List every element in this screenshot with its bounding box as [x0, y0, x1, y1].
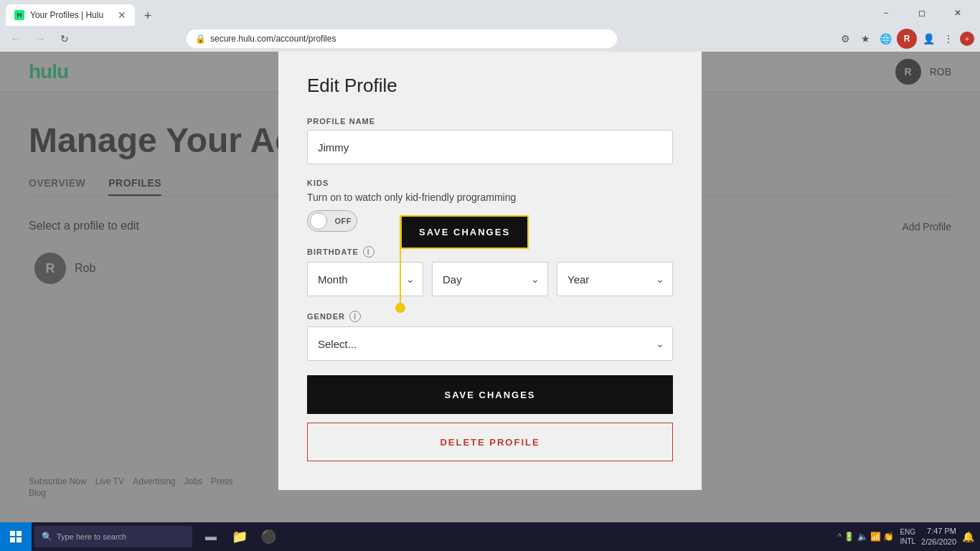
menu-icon[interactable]: ⋮ [940, 30, 957, 47]
birthdate-info-icon[interactable]: i [363, 246, 374, 258]
month-select-wrapper: Month JanuaryFebruaryMarch AprilMayJune … [307, 262, 423, 296]
close-button[interactable]: ✕ [941, 0, 974, 26]
day-select[interactable]: Day [432, 262, 548, 296]
tab-title: Your Profiles | Hulu [30, 10, 112, 20]
file-explorer-icon[interactable]: 📁 [227, 522, 253, 551]
back-button[interactable]: ← [6, 29, 26, 49]
maximize-button[interactable]: ◻ [905, 0, 938, 26]
save-changes-button[interactable]: SAVE CHANGES [307, 375, 673, 414]
birthdate-label: BIRTHDATE i [307, 246, 673, 258]
toggle-thumb [310, 212, 327, 230]
task-view-button[interactable]: ▬ [198, 522, 224, 551]
bookmark-icon[interactable]: ★ [857, 30, 874, 47]
browser-user-avatar[interactable]: R [897, 29, 917, 49]
delete-profile-button[interactable]: DELETE PROFILE [307, 423, 673, 461]
notification-icon[interactable]: 🔔 [962, 531, 974, 542]
taskbar: 🔍 Type here to search ▬ 📁 ⚫ ^ 🔋 🔈 📶 👏 EN… [0, 522, 980, 551]
kids-toggle[interactable]: OFF [307, 210, 357, 232]
browser-actions: ⚙ ★ 🌐 R 👤 ⋮ + [837, 29, 974, 49]
new-tab-button[interactable]: + [138, 6, 158, 26]
birthdate-row: Month JanuaryFebruaryMarch AprilMayJune … [307, 262, 673, 296]
gender-group: GENDER i Select... Male Female Non-binar… [307, 311, 673, 361]
taskbar-search[interactable]: 🔍 Type here to search [34, 526, 192, 547]
tooltip-dot [395, 303, 405, 313]
tab-close-button[interactable]: ✕ [118, 9, 126, 21]
browser-chrome: H Your Profiles | Hulu ✕ + − ◻ ✕ ← → ↻ 🔒… [0, 0, 980, 52]
modal-title: Edit Profile [307, 75, 673, 97]
profile-name-input[interactable] [307, 130, 673, 164]
url-text: secure.hulu.com/account/profiles [210, 34, 336, 44]
tooltip-line [400, 215, 401, 303]
gender-info-icon[interactable]: i [349, 311, 361, 322]
chrome-icon[interactable]: ⚫ [255, 522, 281, 551]
kids-group: KIDS Turn on to watch only kid-friendly … [307, 179, 673, 232]
kids-label: KIDS [307, 179, 673, 187]
translate-icon[interactable]: 🌐 [877, 30, 894, 47]
extensions-icon[interactable]: ⚙ [837, 30, 854, 47]
tab-favicon: H [14, 10, 24, 20]
page-content: hulu R ROB Manage Your Ac OVERVIEW PROFI… [0, 52, 980, 522]
extension-badge: + [960, 32, 974, 46]
day-select-wrapper: Day ⌄ [432, 262, 548, 296]
gender-select-wrapper: Select... Male Female Non-binary Prefer … [307, 326, 673, 361]
svg-rect-3 [17, 537, 22, 542]
sys-icons: ^ 🔋 🔈 📶 👏 [837, 532, 894, 542]
month-select[interactable]: Month JanuaryFebruaryMarch AprilMayJune … [307, 262, 423, 296]
svg-rect-0 [10, 531, 15, 536]
profile-manager-icon[interactable]: 👤 [920, 30, 937, 47]
kids-description: Turn on to watch only kid-friendly progr… [307, 192, 673, 203]
birthdate-group: BIRTHDATE i Month JanuaryFebruaryMarch A… [307, 246, 673, 296]
toggle-label: OFF [335, 217, 352, 225]
forward-button[interactable]: → [30, 29, 50, 49]
reload-button[interactable]: ↻ [55, 29, 75, 49]
year-select[interactable]: Year [557, 262, 673, 296]
profile-name-group: PROFILE NAME [307, 117, 673, 164]
address-input[interactable]: 🔒 secure.hulu.com/account/profiles [187, 29, 617, 48]
edit-profile-modal: Edit Profile PROFILE NAME KIDS Turn on t… [278, 52, 702, 490]
address-bar: ← → ↻ 🔒 secure.hulu.com/account/profiles… [0, 26, 980, 52]
taskbar-app-icons: ▬ 📁 ⚫ [198, 522, 281, 551]
minimize-button[interactable]: − [870, 0, 903, 26]
start-button[interactable] [0, 522, 32, 551]
svg-rect-2 [10, 537, 15, 542]
gender-label: GENDER i [307, 311, 673, 322]
taskbar-clock: 7:47 PM 2/26/2020 [921, 526, 956, 548]
profile-name-label: PROFILE NAME [307, 117, 673, 126]
taskbar-sys: ^ 🔋 🔈 📶 👏 ENG INTL 7:47 PM 2/26/2020 🔔 [837, 526, 980, 548]
search-placeholder: Type here to search [57, 532, 126, 541]
gender-select[interactable]: Select... Male Female Non-binary Prefer … [307, 326, 673, 361]
year-select-wrapper: Year ⌄ [557, 262, 673, 296]
search-icon: 🔍 [42, 532, 52, 542]
window-controls: − ◻ ✕ [870, 0, 974, 26]
browser-tab-hulu[interactable]: H Your Profiles | Hulu ✕ [6, 4, 135, 26]
language-region: ENG INTL [900, 527, 915, 546]
kids-toggle-container: OFF [307, 210, 673, 232]
svg-rect-1 [17, 531, 22, 536]
